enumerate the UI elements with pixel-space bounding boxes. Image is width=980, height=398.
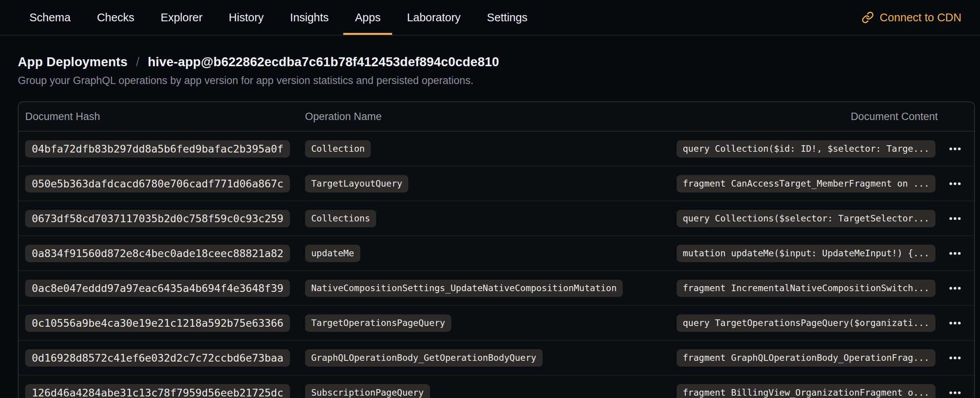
breadcrumb-app-name: hive-app@b622862ecdba7c61b78f412453def89… bbox=[148, 55, 499, 69]
document-hash-cell: 126d46a4284abe31c13c78f7959d56eeb21725dc bbox=[25, 384, 305, 398]
operation-name-cell: TargetLayoutQuery bbox=[305, 175, 677, 192]
connect-to-cdn-link[interactable]: Connect to CDN bbox=[862, 0, 961, 35]
operation-name-cell: Collection bbox=[305, 140, 677, 158]
document-content-cell: mutation updateMe($input: UpdateMeInput!… bbox=[677, 245, 935, 262]
document-content-cell: fragment IncrementalNativeCompositionSwi… bbox=[677, 280, 935, 297]
ellipsis-icon bbox=[949, 217, 961, 220]
row-actions-button[interactable] bbox=[935, 166, 974, 201]
document-content-cell: fragment CanAccessTarget_MemberFragment … bbox=[677, 175, 935, 192]
document-hash-pill: 0c10556a9be4ca30e19e21c1218a592b75e63366 bbox=[25, 314, 290, 332]
document-content-pill: fragment IncrementalNativeCompositionSwi… bbox=[677, 280, 935, 297]
operation-name-pill: updateMe bbox=[305, 245, 360, 262]
operation-name-cell: Collections bbox=[305, 210, 677, 227]
document-content-cell: query Collection($id: ID!, $selector: Ta… bbox=[677, 140, 935, 158]
tab-settings[interactable]: Settings bbox=[475, 0, 539, 35]
document-hash-pill: 04bfa72dfb83b297dd8a5b6fed9bafac2b395a0f bbox=[25, 140, 290, 158]
operation-name-cell: NativeCompositionSettings_UpdateNativeCo… bbox=[305, 280, 677, 297]
document-content-pill: fragment CanAccessTarget_MemberFragment … bbox=[677, 175, 935, 192]
row-actions-button[interactable] bbox=[935, 341, 974, 375]
document-content-cell: query TargetOperationsPageQuery($organiz… bbox=[677, 314, 935, 332]
ellipsis-icon bbox=[949, 182, 961, 185]
tab-explorer[interactable]: Explorer bbox=[149, 0, 214, 35]
top-nav: SchemaChecksExplorerHistoryInsightsAppsL… bbox=[0, 0, 980, 36]
operation-name-pill: TargetOperationsPageQuery bbox=[305, 314, 451, 332]
table-row: 050e5b363dafdcacd6780e706cadf771d06a867c… bbox=[19, 166, 974, 201]
tab-laboratory[interactable]: Laboratory bbox=[395, 0, 472, 35]
document-content-pill: mutation updateMe($input: UpdateMeInput!… bbox=[677, 245, 935, 262]
table-body: 04bfa72dfb83b297dd8a5b6fed9bafac2b395a0f… bbox=[19, 132, 974, 398]
operation-name-pill: NativeCompositionSettings_UpdateNativeCo… bbox=[305, 280, 623, 297]
document-hash-cell: 04bfa72dfb83b297dd8a5b6fed9bafac2b395a0f bbox=[25, 140, 305, 158]
operation-name-pill: TargetLayoutQuery bbox=[305, 175, 408, 192]
ellipsis-icon bbox=[949, 357, 961, 359]
document-content-cell: query Collections($selector: TargetSelec… bbox=[677, 210, 935, 227]
ellipsis-icon bbox=[949, 322, 961, 324]
breadcrumb-separator: / bbox=[136, 55, 139, 69]
document-content-pill: query Collection($id: ID!, $selector: Ta… bbox=[677, 140, 935, 158]
connect-to-cdn-label: Connect to CDN bbox=[880, 11, 961, 24]
operation-name-pill: GraphQLOperationBody_GetOperationBodyQue… bbox=[305, 349, 543, 367]
document-content-pill: query TargetOperationsPageQuery($organiz… bbox=[677, 314, 935, 332]
table-row: 0c10556a9be4ca30e19e21c1218a592b75e63366… bbox=[19, 306, 974, 341]
tab-apps[interactable]: Apps bbox=[343, 0, 392, 35]
table-row: 126d46a4284abe31c13c78f7959d56eeb21725dc… bbox=[19, 376, 974, 398]
operation-name-pill: Collection bbox=[305, 140, 371, 158]
ellipsis-icon bbox=[949, 391, 961, 394]
tab-history[interactable]: History bbox=[217, 0, 275, 35]
page-subtitle: Group your GraphQL operations by app ver… bbox=[18, 74, 980, 87]
table-row: 0d16928d8572c41ef6e032d2c7c72ccbd6e73baa… bbox=[19, 341, 974, 376]
document-hash-cell: 050e5b363dafdcacd6780e706cadf771d06a867c bbox=[25, 175, 305, 192]
document-hash-cell: 0c10556a9be4ca30e19e21c1218a592b75e63366 bbox=[25, 314, 305, 332]
operation-name-pill: Collections bbox=[305, 210, 376, 227]
operation-name-cell: GraphQLOperationBody_GetOperationBodyQue… bbox=[305, 349, 677, 367]
row-actions-button[interactable] bbox=[935, 132, 974, 166]
row-actions-button[interactable] bbox=[935, 271, 974, 305]
document-hash-pill: 0a834f91560d872e8c4bec0ade18ceec88821a82 bbox=[25, 245, 290, 262]
document-hash-pill: 0673df58cd7037117035b2d0c758f59c0c93c259 bbox=[25, 210, 290, 227]
ellipsis-icon bbox=[949, 287, 961, 290]
table-row: 0ac8e047eddd97a97eac6435a4b694f4e3648f39… bbox=[19, 271, 974, 306]
document-content-pill: fragment BillingView_OrganizationFragmen… bbox=[677, 384, 935, 398]
table-row: 0673df58cd7037117035b2d0c758f59c0c93c259… bbox=[19, 201, 974, 236]
deployments-table: Document Hash Operation Name Document Co… bbox=[18, 101, 975, 398]
ellipsis-icon bbox=[949, 148, 961, 150]
table-header-row: Document Hash Operation Name Document Co… bbox=[19, 102, 974, 132]
column-header-document-content: Document Content bbox=[851, 111, 974, 123]
table-row: 04bfa72dfb83b297dd8a5b6fed9bafac2b395a0f… bbox=[19, 132, 974, 166]
document-hash-pill: 126d46a4284abe31c13c78f7959d56eeb21725dc bbox=[25, 384, 290, 398]
document-hash-cell: 0a834f91560d872e8c4bec0ade18ceec88821a82 bbox=[25, 245, 305, 262]
row-actions-button[interactable] bbox=[935, 376, 974, 398]
document-hash-pill: 050e5b363dafdcacd6780e706cadf771d06a867c bbox=[25, 175, 290, 192]
column-header-document-hash: Document Hash bbox=[25, 111, 305, 123]
document-content-cell: fragment GraphQLOperationBody_OperationF… bbox=[677, 349, 935, 367]
app-deployments-page: App Deployments / hive-app@b622862ecdba7… bbox=[0, 54, 980, 398]
ellipsis-icon bbox=[949, 252, 961, 255]
row-actions-button[interactable] bbox=[935, 306, 974, 340]
document-content-cell: fragment BillingView_OrganizationFragmen… bbox=[677, 384, 935, 398]
document-hash-pill: 0ac8e047eddd97a97eac6435a4b694f4e3648f39 bbox=[25, 280, 290, 297]
document-hash-cell: 0d16928d8572c41ef6e032d2c7c72ccbd6e73baa bbox=[25, 349, 305, 367]
row-actions-button[interactable] bbox=[935, 201, 974, 235]
document-content-pill: fragment GraphQLOperationBody_OperationF… bbox=[677, 349, 935, 367]
tab-schema[interactable]: Schema bbox=[18, 0, 82, 35]
tab-checks[interactable]: Checks bbox=[85, 0, 146, 35]
operation-name-pill: SubscriptionPageQuery bbox=[305, 384, 430, 398]
operation-name-cell: TargetOperationsPageQuery bbox=[305, 314, 677, 332]
document-hash-cell: 0ac8e047eddd97a97eac6435a4b694f4e3648f39 bbox=[25, 280, 305, 297]
document-content-pill: query Collections($selector: TargetSelec… bbox=[677, 210, 935, 227]
document-hash-pill: 0d16928d8572c41ef6e032d2c7c72ccbd6e73baa bbox=[25, 349, 290, 367]
nav-tabs: SchemaChecksExplorerHistoryInsightsAppsL… bbox=[0, 0, 539, 35]
row-actions-button[interactable] bbox=[935, 236, 974, 270]
column-header-operation-name: Operation Name bbox=[305, 111, 851, 123]
operation-name-cell: updateMe bbox=[305, 245, 677, 262]
tab-insights[interactable]: Insights bbox=[278, 0, 340, 35]
operation-name-cell: SubscriptionPageQuery bbox=[305, 384, 677, 398]
table-row: 0a834f91560d872e8c4bec0ade18ceec88821a82… bbox=[19, 236, 974, 271]
link-icon bbox=[862, 11, 874, 24]
breadcrumb-section: App Deployments bbox=[18, 55, 128, 69]
document-hash-cell: 0673df58cd7037117035b2d0c758f59c0c93c259 bbox=[25, 210, 305, 227]
page-title: App Deployments / hive-app@b622862ecdba7… bbox=[18, 54, 980, 70]
